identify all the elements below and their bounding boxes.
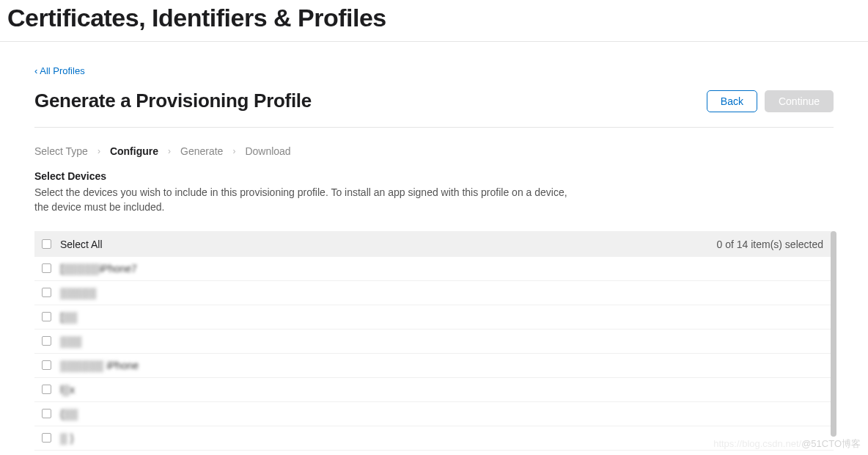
device-checkbox[interactable]: [42, 360, 51, 370]
devices-description: Select the devices you wish to include i…: [34, 185, 577, 215]
device-checkbox[interactable]: [42, 312, 51, 321]
selection-count: 0 of 14 item(s) selected: [716, 239, 823, 250]
device-row[interactable]: l▒x: [34, 378, 834, 402]
select-all-checkbox[interactable]: [42, 239, 51, 249]
device-row[interactable]: [▒▒▒▒▒iPhone7: [34, 257, 834, 281]
device-checkbox[interactable]: [42, 433, 51, 443]
device-name: ▒▒▒: [60, 335, 82, 347]
device-row[interactable]: ▒▒▒▒▒▒ iPhone: [34, 354, 834, 378]
watermark: https://blog.csdn.net/@51CTO博客: [713, 437, 861, 451]
step-select-type[interactable]: Select Type: [34, 145, 88, 157]
scrollbar[interactable]: [831, 231, 836, 437]
device-list: Select All 0 of 14 item(s) selected [▒▒▒…: [34, 231, 834, 451]
section-heading: Generate a Provisioning Profile: [34, 90, 312, 112]
chevron-right-icon: ›: [168, 146, 171, 156]
page-title: Certificates, Identifiers & Profiles: [0, 0, 868, 42]
step-generate[interactable]: Generate: [180, 145, 223, 157]
continue-button: Continue: [765, 90, 834, 112]
back-link-all-profiles[interactable]: ‹ All Profiles: [34, 65, 85, 76]
devices-heading: Select Devices: [34, 170, 834, 182]
device-checkbox[interactable]: [42, 288, 51, 297]
select-all-label[interactable]: Select All: [60, 239, 103, 250]
step-download[interactable]: Download: [245, 145, 290, 157]
device-name: l▒x: [60, 384, 75, 396]
device-name: ▒ }: [60, 432, 73, 444]
device-name: {▒▒: [60, 408, 78, 420]
back-button[interactable]: Back: [707, 90, 757, 112]
device-checkbox[interactable]: [42, 263, 51, 273]
device-row[interactable]: [▒▒: [34, 305, 834, 330]
breadcrumb: Select Type › Configure › Generate › Dow…: [34, 128, 834, 170]
device-checkbox[interactable]: [42, 336, 51, 346]
device-checkbox[interactable]: [42, 385, 51, 394]
device-name: [▒▒▒▒▒iPhone7: [60, 263, 137, 274]
device-checkbox[interactable]: [42, 409, 51, 418]
chevron-right-icon: ›: [98, 146, 100, 156]
device-row[interactable]: {▒▒: [34, 402, 834, 426]
device-name: [▒▒: [60, 311, 78, 323]
device-name: ▒▒▒▒▒▒ iPhone: [60, 360, 139, 371]
device-name: ▒▒▒▒▒: [60, 287, 97, 299]
device-row[interactable]: ▒▒▒: [34, 330, 834, 354]
step-configure[interactable]: Configure: [110, 145, 158, 157]
chevron-right-icon: ›: [232, 146, 235, 156]
device-row[interactable]: ▒▒▒▒▒: [34, 281, 834, 305]
